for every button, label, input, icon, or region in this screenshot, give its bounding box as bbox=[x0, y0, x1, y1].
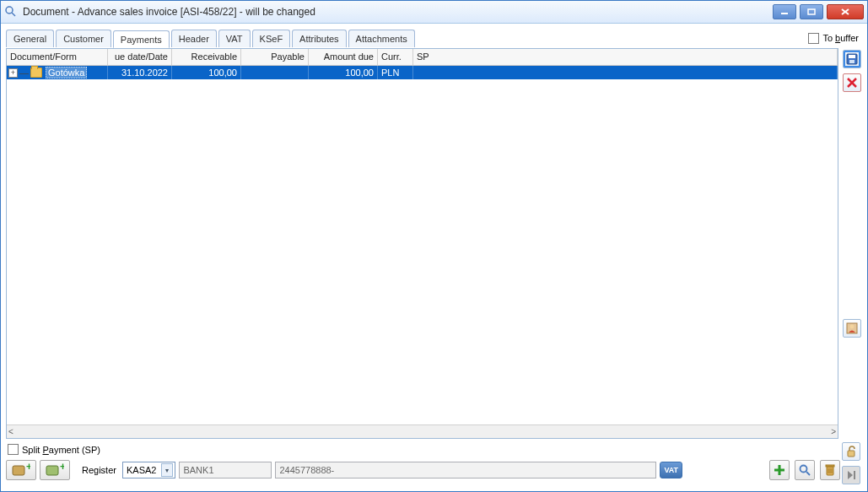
register-combo[interactable]: KASA2 ▾ bbox=[122, 462, 175, 478]
svg-rect-13 bbox=[13, 466, 24, 475]
bank-value: BANK1 bbox=[183, 465, 213, 475]
add-row-button[interactable] bbox=[769, 460, 790, 480]
tab-attributes[interactable]: Attributes bbox=[292, 30, 346, 47]
grid-header: Document/Form ue date/Date Receivable Pa… bbox=[7, 49, 838, 66]
maximize-button[interactable] bbox=[800, 4, 823, 19]
svg-rect-15 bbox=[46, 466, 58, 475]
main-flex: Document/Form ue date/Date Receivable Pa… bbox=[6, 48, 862, 439]
svg-rect-26 bbox=[848, 451, 855, 457]
col-date[interactable]: ue date/Date bbox=[108, 49, 172, 65]
col-currency[interactable]: Curr. bbox=[378, 49, 413, 65]
cell-currency: PLN bbox=[378, 66, 413, 79]
tabs: General Customer Payments Header VAT KSe… bbox=[6, 30, 808, 47]
svg-point-12 bbox=[850, 325, 855, 329]
last-page-button[interactable] bbox=[842, 466, 860, 484]
tab-general[interactable]: General bbox=[6, 30, 54, 47]
to-buffer-label: To buffer bbox=[822, 33, 859, 43]
right-toolbar bbox=[838, 48, 862, 439]
content-area: General Customer Payments Header VAT KSe… bbox=[1, 24, 867, 491]
col-receivable[interactable]: Receivable bbox=[172, 49, 241, 65]
svg-text:+: + bbox=[60, 463, 64, 473]
tab-customer[interactable]: Customer bbox=[56, 30, 111, 47]
split-payment-checkbox[interactable]: Split Payment (SP) bbox=[6, 442, 840, 458]
svg-point-19 bbox=[801, 466, 807, 473]
checkbox-icon bbox=[808, 33, 819, 44]
cell-payable bbox=[241, 66, 309, 79]
bottom-area: Split Payment (SP) + + Register KASA2 ▾ bbox=[6, 439, 862, 486]
col-document[interactable]: Document/Form bbox=[7, 49, 108, 65]
delete-button[interactable] bbox=[843, 73, 861, 92]
tab-header[interactable]: Header bbox=[171, 30, 217, 47]
bottom-toolbar: + + Register KASA2 ▾ BANK1 bbox=[6, 458, 840, 482]
add-receivable-button[interactable]: + bbox=[6, 460, 36, 480]
scroll-right-icon[interactable]: > bbox=[831, 427, 836, 436]
cell-date: 31.10.2022 bbox=[108, 66, 172, 79]
tree-expand-icon[interactable]: + bbox=[8, 68, 18, 78]
split-payment-label: Split Payment (SP) bbox=[22, 445, 100, 455]
far-right-toolbar bbox=[840, 442, 862, 486]
account-value: 2445778888- bbox=[279, 465, 334, 475]
window-controls bbox=[773, 4, 864, 19]
col-payable[interactable]: Payable bbox=[241, 49, 309, 65]
app-icon bbox=[4, 5, 18, 19]
tab-attachments[interactable]: Attachments bbox=[348, 30, 415, 47]
user-photo-button[interactable] bbox=[843, 319, 861, 338]
col-amount-due[interactable]: Amount due bbox=[309, 49, 378, 65]
svg-rect-22 bbox=[826, 465, 834, 467]
save-button[interactable] bbox=[843, 50, 861, 68]
svg-rect-7 bbox=[849, 55, 855, 58]
register-value: KASA2 bbox=[127, 465, 156, 475]
to-buffer-checkbox[interactable]: To buffer bbox=[808, 33, 862, 44]
titlebar: Document - Advance sales invoice [ASI-45… bbox=[1, 1, 867, 24]
col-sp[interactable]: SP bbox=[413, 49, 838, 65]
payments-grid: Document/Form ue date/Date Receivable Pa… bbox=[6, 48, 838, 439]
unlock-button[interactable] bbox=[842, 442, 860, 461]
svg-rect-28 bbox=[854, 471, 855, 479]
folder-icon bbox=[30, 68, 42, 78]
checkbox-icon bbox=[8, 444, 19, 455]
svg-line-1 bbox=[12, 13, 15, 16]
tab-vat[interactable]: VAT bbox=[218, 30, 251, 47]
register-label: Register bbox=[82, 465, 116, 475]
tab-payments[interactable]: Payments bbox=[113, 30, 170, 48]
grid-body[interactable]: + — Gotówka 31.10.2022 100,00 100,00 PLN bbox=[7, 66, 838, 424]
svg-text:+: + bbox=[26, 463, 30, 473]
cell-document: Gotówka bbox=[46, 67, 87, 78]
trash-button[interactable] bbox=[820, 460, 840, 480]
cell-sp bbox=[413, 66, 838, 79]
window-title: Document - Advance sales invoice [ASI-45… bbox=[23, 6, 773, 18]
vat-button[interactable]: VAT bbox=[660, 462, 682, 478]
find-button[interactable] bbox=[795, 460, 815, 480]
svg-marker-27 bbox=[848, 471, 853, 479]
table-row[interactable]: + — Gotówka 31.10.2022 100,00 100,00 PLN bbox=[7, 66, 838, 79]
close-button[interactable] bbox=[827, 4, 864, 19]
bank-field[interactable]: BANK1 bbox=[179, 462, 272, 478]
document-window: Document - Advance sales invoice [ASI-45… bbox=[0, 0, 868, 492]
svg-line-20 bbox=[806, 472, 810, 475]
cell-receivable: 100,00 bbox=[172, 66, 241, 79]
chevron-down-icon: ▾ bbox=[161, 463, 173, 477]
account-field[interactable]: 2445778888- bbox=[275, 462, 656, 478]
svg-rect-3 bbox=[808, 9, 815, 14]
scroll-left-icon[interactable]: < bbox=[8, 427, 13, 436]
cell-amount-due: 100,00 bbox=[309, 66, 378, 79]
add-payable-button[interactable]: + bbox=[40, 460, 70, 480]
tab-ksef[interactable]: KSeF bbox=[252, 30, 291, 47]
svg-point-0 bbox=[6, 7, 13, 14]
tab-row: General Customer Payments Header VAT KSe… bbox=[6, 28, 862, 48]
horizontal-scrollbar[interactable]: < > bbox=[7, 424, 838, 438]
svg-rect-8 bbox=[849, 60, 855, 63]
minimize-button[interactable] bbox=[773, 4, 796, 19]
